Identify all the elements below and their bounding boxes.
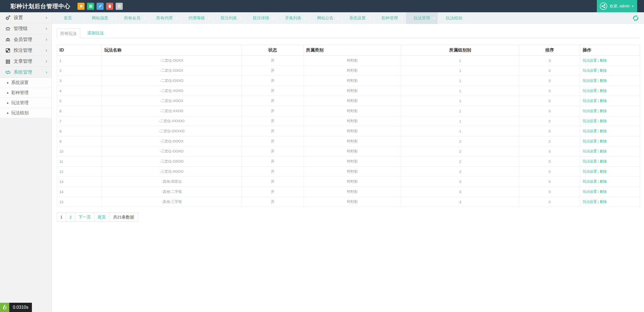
sidebar-item-5[interactable]: 系统管理›: [0, 67, 52, 78]
close-icon[interactable]: ×: [401, 16, 403, 20]
tab-1[interactable]: 网站信息×: [84, 12, 116, 24]
sidebar-subitem-3[interactable]: ▸玩法组别: [0, 108, 52, 118]
delete-link[interactable]: 删除: [600, 190, 607, 194]
chevron-right-icon: ›: [46, 37, 47, 42]
play-settings-link[interactable]: 玩法设置: [583, 159, 597, 163]
delete-link[interactable]: 删除: [600, 129, 607, 133]
tab-7[interactable]: 开奖列表×: [277, 12, 309, 24]
sidebar-subitem-0[interactable]: ▸系统设置: [0, 78, 52, 88]
play-settings-link[interactable]: 玩法设置: [583, 119, 597, 123]
play-settings-link[interactable]: 玩法设置: [583, 58, 597, 62]
sidebar-item-3[interactable]: 投注管理›: [0, 45, 52, 56]
cell-sort: 0: [519, 187, 580, 197]
delete-link[interactable]: 删除: [600, 89, 607, 93]
play-settings-link[interactable]: 玩法设置: [583, 149, 597, 153]
delete-link[interactable]: 删除: [600, 119, 607, 123]
subtab-add-play[interactable]: 添加玩法: [84, 28, 107, 38]
sidebar-item-4[interactable]: 文章管理›: [0, 56, 52, 67]
pencil-icon-button[interactable]: [97, 3, 104, 10]
sidebar-subitem-1[interactable]: ▸彩种管理: [0, 88, 52, 98]
delete-link[interactable]: 删除: [600, 109, 607, 113]
close-icon[interactable]: ×: [304, 16, 307, 20]
close-icon[interactable]: ×: [433, 16, 435, 20]
page-button-2[interactable]: 2: [66, 212, 75, 222]
list-icon-button[interactable]: [116, 3, 123, 10]
cell-group: 3: [401, 197, 519, 207]
cell-actions: 玩法设置 | 删除: [580, 146, 640, 157]
tab-0[interactable]: 首页: [52, 12, 84, 24]
home-icon-button[interactable]: [77, 3, 85, 10]
cell-status: 开: [242, 56, 304, 66]
play-settings-link[interactable]: 玩法设置: [583, 179, 597, 184]
delete-link[interactable]: 删除: [600, 58, 607, 62]
grid-icon-button[interactable]: [87, 3, 94, 10]
close-icon[interactable]: ×: [369, 16, 371, 20]
page-button-1[interactable]: 1: [57, 212, 66, 222]
close-icon[interactable]: ×: [240, 16, 242, 20]
play-settings-link[interactable]: 玩法设置: [583, 68, 597, 73]
play-settings-link[interactable]: 玩法设置: [583, 139, 597, 143]
play-settings-link[interactable]: 玩法设置: [583, 99, 597, 103]
close-icon[interactable]: ×: [143, 16, 146, 20]
user-menu[interactable]: 欢迎, admin ▼: [597, 0, 637, 12]
play-settings-link[interactable]: 玩法设置: [583, 109, 597, 113]
sidebar-item-2[interactable]: 会员管理›: [0, 34, 52, 45]
close-icon[interactable]: ×: [336, 16, 339, 20]
cell-actions: 玩法设置 | 删除: [580, 197, 640, 207]
cell-category: 时时彩: [304, 126, 401, 136]
delete-link[interactable]: 删除: [600, 99, 607, 103]
play-settings-link[interactable]: 玩法设置: [583, 169, 597, 173]
close-icon[interactable]: ×: [465, 16, 468, 20]
tab-3[interactable]: 所有代理×: [148, 12, 181, 24]
play-settings-link[interactable]: 玩法设置: [583, 190, 597, 194]
last-page-button[interactable]: 尾页: [94, 212, 109, 222]
tab-10[interactable]: 彩种管理×: [374, 12, 406, 24]
cell-group: 1: [401, 96, 519, 106]
tab-12[interactable]: 玩法组别×: [438, 12, 470, 24]
close-icon[interactable]: ×: [175, 16, 178, 20]
play-settings-link[interactable]: 玩法设置: [583, 200, 597, 204]
delete-link[interactable]: 删除: [600, 68, 607, 73]
delete-link[interactable]: 删除: [600, 169, 607, 173]
tab-4[interactable]: 代理等级×: [181, 12, 213, 24]
play-settings-link[interactable]: 玩法设置: [583, 79, 597, 83]
tab-8[interactable]: 网站公告×: [309, 12, 342, 24]
play-settings-link[interactable]: 玩法设置: [583, 89, 597, 93]
cell-actions: 玩法设置 | 删除: [580, 167, 640, 177]
cell-category: 时时彩: [304, 96, 401, 106]
page-load-time: 0.0310s: [9, 303, 32, 312]
delete-link[interactable]: 删除: [600, 79, 607, 83]
delete-link[interactable]: 删除: [600, 149, 607, 153]
admin-page: 彩种计划后台管理中心 欢迎, admin ▼ 设置›管理组›会员管理›投注管理›…: [0, 0, 644, 312]
sidebar-item-0[interactable]: 设置›: [0, 12, 52, 23]
play-settings-link[interactable]: 玩法设置: [583, 129, 597, 133]
tab-6[interactable]: 投注详情×: [245, 12, 277, 24]
next-page-button[interactable]: 下一页: [75, 212, 94, 222]
trash-icon-button[interactable]: [106, 3, 113, 10]
cell-play-name: -其他-二字现: [102, 187, 242, 197]
cell-status: 开: [242, 167, 304, 177]
tab-5[interactable]: 投注列表×: [213, 12, 245, 24]
cell-play-name: -二定位-OXXO: [102, 76, 242, 86]
action-divider: |: [597, 179, 600, 184]
sidebar: 设置›管理组›会员管理›投注管理›文章管理›系统管理› ▸系统设置▸彩种管理▸玩…: [0, 12, 52, 312]
tab-11[interactable]: 玩法管理×: [406, 12, 438, 24]
sidebar-item-1[interactable]: 管理组›: [0, 23, 52, 34]
tab-label: 投注列表: [221, 16, 237, 21]
close-icon[interactable]: ×: [272, 16, 274, 20]
cell-id: 3: [57, 76, 102, 86]
total-count: 共21条数据: [109, 212, 138, 222]
delete-link[interactable]: 删除: [600, 139, 607, 143]
delete-link[interactable]: 删除: [600, 179, 607, 184]
cell-status: 开: [242, 96, 304, 106]
subtab-all-plays[interactable]: 所有玩法: [57, 28, 80, 38]
delete-link[interactable]: 删除: [600, 200, 607, 204]
delete-link[interactable]: 删除: [600, 159, 607, 163]
refresh-icon[interactable]: [632, 15, 639, 22]
tab-2[interactable]: 所有会员×: [116, 12, 148, 24]
close-icon[interactable]: ×: [208, 16, 210, 20]
sidebar-subitem-2[interactable]: ▸玩法管理: [0, 98, 52, 108]
close-icon[interactable]: ×: [111, 16, 113, 20]
tab-9[interactable]: 系统设置×: [342, 12, 374, 24]
table-row: 14-其他-二字现开时时彩30玩法设置 | 删除: [57, 187, 640, 197]
